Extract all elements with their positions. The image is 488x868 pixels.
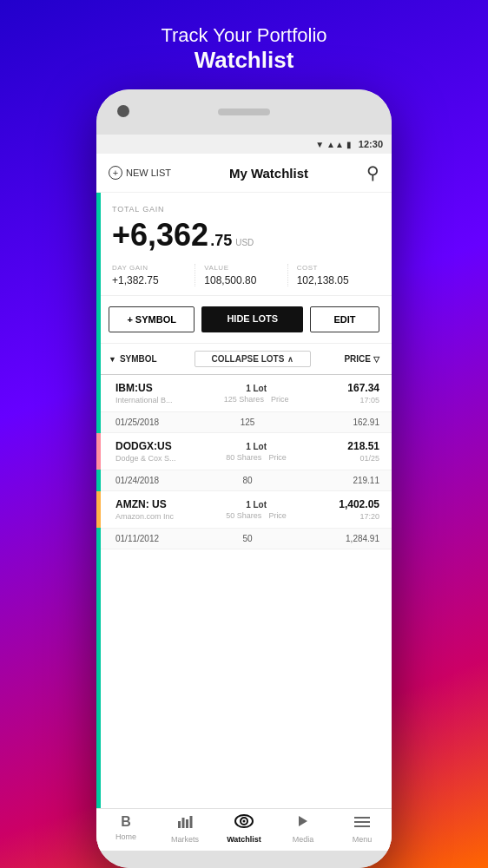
plus-circle-icon: + <box>109 166 122 180</box>
nav-watchlist-label: Watchlist <box>227 835 261 844</box>
battery-icon: ▮ <box>346 140 352 149</box>
ibm-lot-detail: 01/25/2018 125 162.91 <box>96 411 392 432</box>
price-column-header[interactable]: PRICE ▽ <box>311 354 379 364</box>
amzn-shares-qty: 50 Shares <box>226 511 261 520</box>
dodgx-shares: 80 Shares Price <box>203 453 309 462</box>
gain-decimal: .75 <box>210 232 232 250</box>
dodgx-symbol: DODGX:US <box>115 440 203 452</box>
stat-value-amount: 108,500.80 <box>204 274 278 286</box>
watchlist-icon <box>234 814 254 832</box>
amzn-lot-qty: 50 <box>217 534 278 543</box>
amzn-symbol: AMZN: US <box>115 498 203 510</box>
stock-section-dodgx: DODGX:US Dodge & Cox S... 1 Lot 80 Share… <box>96 433 392 491</box>
stat-day-gain-label: DAY GAIN <box>112 264 186 272</box>
stat-value-label: VALUE <box>204 264 278 272</box>
collapse-arrow: ∧ <box>287 355 293 364</box>
ibm-lot-date: 01/25/2018 <box>115 418 217 427</box>
gain-currency: USD <box>235 238 254 247</box>
content-area: TOTAL GAIN +6,362 .75 USD DAY GAIN +1,38… <box>96 193 392 808</box>
hide-lots-button[interactable]: HIDE LOTS <box>201 306 303 332</box>
wifi-icon: ▼ <box>315 140 324 149</box>
ibm-name: International B... <box>115 396 203 404</box>
signal-icon: ▲▲ <box>326 140 344 149</box>
ibm-price: 167.34 <box>309 382 379 394</box>
dodgx-name: Dodge & Cox S... <box>115 454 203 463</box>
action-buttons: + SYMBOL HIDE LOTS EDIT <box>96 296 392 344</box>
nav-markets-label: Markets <box>171 835 199 844</box>
ibm-shares-label: Price <box>271 395 289 404</box>
total-gain-value: +6,362 .75 USD <box>112 217 379 253</box>
amzn-shares-label: Price <box>268 511 287 520</box>
ibm-time: 17:05 <box>309 396 379 404</box>
dodgx-price-col: 218.51 01/25 <box>309 440 379 463</box>
ibm-lot-price: 162.91 <box>278 418 379 427</box>
status-bar: ▼ ▲▲ ▮ 12:30 <box>96 135 392 154</box>
dodgx-lot-date: 01/24/2018 <box>115 476 217 485</box>
svg-rect-2 <box>186 819 188 828</box>
add-symbol-button[interactable]: + SYMBOL <box>109 306 195 332</box>
nav-watchlist[interactable]: Watchlist <box>214 814 274 844</box>
dodgx-lots-col: 1 Lot 80 Shares Price <box>203 442 309 462</box>
gain-main: +6,362 <box>112 217 208 253</box>
collapse-lots-header[interactable]: COLLAPSE LOTS ∧ <box>195 351 310 367</box>
phone-bottom <box>96 851 392 868</box>
amzn-color-bar <box>96 491 101 528</box>
top-nav: + NEW LIST My Watchlist ⚲ <box>96 154 392 193</box>
stock-row-amzn[interactable]: AMZN: US Amazon.com Inc 1 Lot 50 Shares … <box>96 491 392 528</box>
nav-menu[interactable]: Menu <box>333 814 392 844</box>
amzn-lot-date: 01/11/2012 <box>115 534 217 543</box>
stat-day-gain-value: +1,382.75 <box>112 274 186 286</box>
svg-rect-1 <box>182 818 185 828</box>
amzn-symbol-col: AMZN: US Amazon.com Inc <box>109 498 203 521</box>
total-gain-label: TOTAL GAIN <box>112 205 379 214</box>
dodgx-color-bar <box>96 433 101 470</box>
stock-section-amzn: AMZN: US Amazon.com Inc 1 Lot 50 Shares … <box>96 491 392 549</box>
amzn-lots-col: 1 Lot 50 Shares Price <box>203 500 309 520</box>
nav-media[interactable]: Media <box>274 814 333 844</box>
symbol-column-header[interactable]: ▼ SYMBOL <box>109 354 195 364</box>
media-icon <box>296 814 310 832</box>
home-icon: B <box>121 814 131 830</box>
edit-button[interactable]: EDIT <box>310 306 379 332</box>
column-headers: ▼ SYMBOL COLLAPSE LOTS ∧ PRICE ▽ <box>96 344 392 375</box>
hero-line2: Watchlist <box>161 47 326 74</box>
stats-row: DAY GAIN +1,382.75 VALUE 108,500.80 COST… <box>112 264 379 286</box>
nav-menu-label: Menu <box>353 835 373 844</box>
bottom-nav: B Home Markets Watchlist <box>96 808 392 851</box>
camera <box>117 105 129 117</box>
dodgx-shares-qty: 80 Shares <box>226 453 261 462</box>
hero-line1: Track Your Portfolio <box>161 24 326 47</box>
svg-marker-7 <box>299 816 307 826</box>
amzn-time: 17:20 <box>309 512 379 521</box>
dodgx-lot-price: 219.11 <box>278 476 379 485</box>
stock-row-dodgx[interactable]: DODGX:US Dodge & Cox S... 1 Lot 80 Share… <box>96 433 392 470</box>
ibm-symbol-col: IBM:US International B... <box>109 382 203 404</box>
new-list-label: NEW LIST <box>126 168 171 178</box>
svg-rect-0 <box>178 821 181 828</box>
markets-icon <box>177 814 193 832</box>
stat-cost-value: 102,138.05 <box>297 274 371 286</box>
status-time: 12:30 <box>359 139 383 149</box>
nav-home-label: Home <box>115 832 136 841</box>
watchlist-title: My Watchlist <box>229 166 308 181</box>
dodgx-lot-detail: 01/24/2018 80 219.11 <box>96 470 392 490</box>
search-button[interactable]: ⚲ <box>366 162 379 183</box>
ibm-shares: 125 Shares Price <box>203 395 309 404</box>
portfolio-summary: TOTAL GAIN +6,362 .75 USD DAY GAIN +1,38… <box>96 193 392 296</box>
menu-icon <box>354 814 370 832</box>
new-list-button[interactable]: + NEW LIST <box>109 166 171 180</box>
ibm-color-bar <box>96 375 101 411</box>
stat-cost: COST 102,138.05 <box>288 264 379 286</box>
stock-row-ibm[interactable]: IBM:US International B... 1 Lot 125 Shar… <box>96 375 392 411</box>
ibm-price-col: 167.34 17:05 <box>309 382 379 404</box>
nav-media-label: Media <box>293 835 314 844</box>
amzn-name: Amazon.com Inc <box>115 512 203 521</box>
ibm-lot-qty: 125 <box>217 418 278 427</box>
nav-home[interactable]: B Home <box>96 814 155 844</box>
svg-rect-3 <box>190 816 193 828</box>
amzn-lots: 1 Lot <box>203 500 309 510</box>
dodgx-time: 01/25 <box>309 454 379 463</box>
nav-markets[interactable]: Markets <box>155 814 214 844</box>
dodgx-lots: 1 Lot <box>203 442 309 451</box>
symbol-sort-arrow: ▼ <box>109 355 116 364</box>
